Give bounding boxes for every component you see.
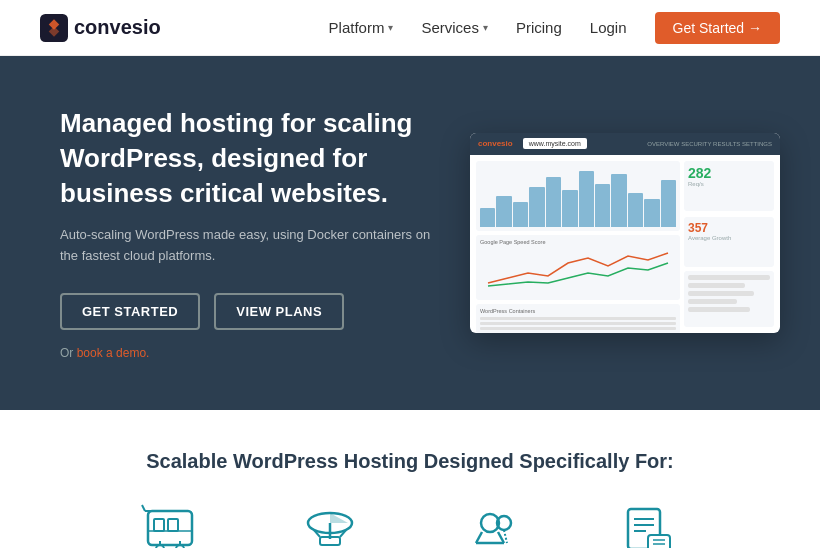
hero-section: Managed hosting for scaling WordPress, d… — [0, 56, 820, 410]
dashboard-logo: convesio — [478, 139, 513, 148]
dashboard-mockup: convesio www.mysite.com OVERVIEW SECURIT… — [470, 133, 780, 333]
svg-rect-5 — [168, 519, 178, 531]
header: convesio Platform ▾ Services ▾ Pricing L… — [0, 0, 820, 56]
bar-1 — [480, 208, 495, 227]
use-case-woocommerce: WooCommerce — [115, 503, 225, 548]
use-case-publishing: Publishing — [595, 503, 705, 548]
svg-line-20 — [476, 532, 482, 543]
nav-platform[interactable]: Platform ▾ — [329, 19, 394, 36]
containers-label: WordPress Containers — [480, 308, 676, 314]
dashboard-topbar: convesio www.mysite.com OVERVIEW SECURIT… — [470, 133, 780, 155]
bar-6 — [562, 190, 577, 227]
info-line-4 — [688, 299, 737, 304]
nav-pricing[interactable]: Pricing — [516, 19, 562, 36]
dashboard-url: www.mysite.com — [523, 138, 587, 149]
info-line-5 — [688, 307, 750, 312]
dashboard-nav-tabs: OVERVIEW SECURITY RESULTS SETTINGS — [647, 141, 772, 147]
bar-3 — [513, 202, 528, 227]
hero-dashboard-image: convesio www.mysite.com OVERVIEW SECURIT… — [470, 133, 780, 333]
chart-label: Google Page Speed Score — [480, 239, 676, 245]
info-line-3 — [688, 291, 754, 296]
bar-9 — [611, 174, 626, 227]
dashboard-info-panel — [684, 271, 774, 327]
woocommerce-icon — [140, 503, 200, 548]
bar-8 — [595, 184, 610, 227]
platform-arrow: ▾ — [388, 22, 393, 33]
book-demo-link[interactable]: book a demo. — [77, 346, 150, 360]
live-events-icon — [460, 503, 520, 548]
dashboard-metric-1: 282 Req/s — [684, 161, 774, 211]
wordpress-containers: WordPress Containers — [476, 304, 680, 333]
bar-11 — [644, 199, 659, 227]
nav-login[interactable]: Login — [590, 19, 627, 36]
use-case-distance-learning: Distance Learning — [275, 503, 385, 548]
scalable-title: Scalable WordPress Hosting Designed Spec… — [40, 450, 780, 473]
hero-demo-text: Or book a demo. — [60, 346, 440, 360]
bar-2 — [496, 196, 511, 227]
scalable-section: Scalable WordPress Hosting Designed Spec… — [0, 410, 820, 548]
dashboard-right-panel: 282 Req/s 357 Average Growth — [684, 161, 774, 327]
distance-learning-icon — [300, 503, 360, 548]
logo[interactable]: convesio — [40, 14, 161, 42]
svg-rect-29 — [648, 535, 670, 548]
dashboard-left-panel: Google Page Speed Score WordPress Contai… — [476, 161, 680, 327]
svg-line-12 — [142, 505, 145, 511]
bar-12 — [661, 180, 676, 227]
bar-5 — [546, 177, 561, 227]
use-case-live-events: Live Events — [435, 503, 545, 548]
hero-content: Managed hosting for scaling WordPress, d… — [60, 106, 440, 360]
container-row-2 — [480, 322, 676, 325]
header-get-started-button[interactable]: Get Started → — [655, 12, 780, 44]
dashboard-chart — [476, 161, 680, 231]
dashboard-perf-chart: Google Page Speed Score — [476, 235, 680, 300]
hero-subtitle: Auto-scaling WordPress made easy, using … — [60, 225, 440, 267]
info-line-2 — [688, 283, 745, 288]
container-row-3 — [480, 327, 676, 330]
main-nav: Platform ▾ Services ▾ Pricing Login Get … — [329, 12, 780, 44]
services-arrow: ▾ — [483, 22, 488, 33]
svg-rect-4 — [154, 519, 164, 531]
hero-view-plans-button[interactable]: VIEW PLANS — [214, 293, 344, 330]
svg-line-21 — [498, 532, 504, 543]
hero-buttons: GET STARTED VIEW PLANS — [60, 293, 440, 330]
line-chart — [480, 248, 676, 290]
bar-10 — [628, 193, 643, 227]
hero-get-started-button[interactable]: GET STARTED — [60, 293, 200, 330]
hero-title: Managed hosting for scaling WordPress, d… — [60, 106, 440, 211]
publishing-icon — [620, 503, 680, 548]
dashboard-metric-2: 357 Average Growth — [684, 217, 774, 267]
use-cases-grid: WooCommerce Distance Learning — [40, 503, 780, 548]
container-row-1 — [480, 317, 676, 320]
svg-line-24 — [504, 530, 507, 543]
info-line-1 — [688, 275, 770, 280]
dashboard-body: Google Page Speed Score WordPress Contai… — [470, 155, 780, 333]
bar-4 — [529, 187, 544, 227]
bar-7 — [579, 171, 594, 227]
nav-services[interactable]: Services ▾ — [421, 19, 488, 36]
